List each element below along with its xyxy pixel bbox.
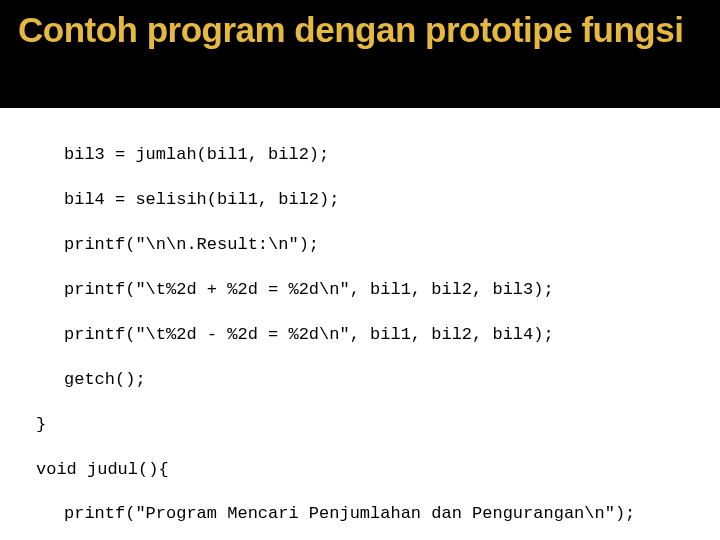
title-bar: Contoh program dengan prototipe fungsi: [0, 0, 720, 108]
code-line: printf("Program Mencari Penjumlahan dan …: [36, 503, 692, 525]
code-line: bil3 = jumlah(bil1, bil2);: [36, 144, 692, 166]
slide-title: Contoh program dengan prototipe fungsi: [18, 10, 702, 50]
code-line: getch();: [36, 369, 692, 391]
code-line: }: [36, 414, 692, 436]
code-line: printf("\n\n.Result:\n");: [36, 234, 692, 256]
code-block: bil3 = jumlah(bil1, bil2); bil4 = selisi…: [0, 108, 720, 540]
code-line: printf("\t%2d + %2d = %2d\n", bil1, bil2…: [36, 279, 692, 301]
code-line: printf("\t%2d - %2d = %2d\n", bil1, bil2…: [36, 324, 692, 346]
code-line: bil4 = selisih(bil1, bil2);: [36, 189, 692, 211]
code-line: void judul(){: [36, 459, 692, 481]
